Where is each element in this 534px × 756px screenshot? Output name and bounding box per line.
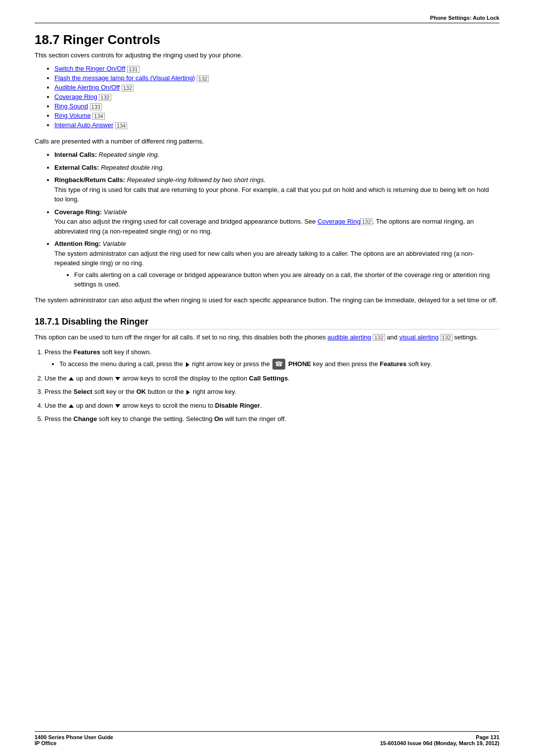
section-title: 18.7 Ringer Controls	[35, 32, 499, 47]
steps-list: Press the Features soft key if shown. To…	[44, 347, 499, 424]
list-item: Ring Sound 133	[54, 102, 499, 110]
list-item-external: External Calls: Repeated double ring.	[54, 163, 499, 173]
down-arrow-icon-2	[115, 404, 120, 408]
footer-brand: IP Office	[35, 740, 113, 746]
page-ref: 134	[92, 113, 104, 120]
step-3: Press the Select soft key or the OK butt…	[44, 387, 499, 397]
list-item-internal: Internal Calls: Repeated single ring.	[54, 150, 499, 160]
up-arrow-icon	[69, 377, 74, 380]
step-2: Use the up and down arrow keys to scroll…	[44, 374, 499, 383]
page-ref: 133	[90, 103, 102, 110]
page-ref: 132	[122, 85, 134, 92]
link-internal-auto-answer[interactable]: Internal Auto Answer	[54, 121, 113, 129]
link-coverage-ring-inline[interactable]: Coverage Ring	[317, 218, 360, 225]
page-ref: 132	[197, 75, 209, 82]
step-5: Press the Change soft key to change the …	[44, 414, 499, 424]
header-bar: Phone Settings: Auto Lock	[35, 15, 499, 23]
ring-patterns-intro: Calls are presented with a number of dif…	[35, 138, 499, 145]
footer-left: 1400 Series Phone User Guide IP Office	[35, 734, 113, 746]
link-visual-alerting-inline[interactable]: visual alerting	[399, 333, 439, 341]
ring-types-list: Internal Calls: Repeated single ring. Ex…	[54, 150, 499, 289]
link-audible-alerting-inline[interactable]: audible alerting	[327, 333, 371, 341]
bottom-note: The system administrator can also adjust…	[35, 295, 499, 305]
footer: 1400 Series Phone User Guide IP Office P…	[35, 731, 499, 746]
page-ref: 134	[115, 122, 127, 129]
list-item: Audible Alerting On/Off 132	[54, 84, 499, 91]
list-item-coverage: Coverage Ring: Variable You can also adj…	[54, 207, 499, 236]
list-item-attention: Attention Ring: Variable The system admi…	[54, 239, 499, 289]
down-arrow-icon	[115, 377, 120, 380]
list-item: Ring Volume 134	[54, 112, 499, 119]
page-ref: 132	[99, 94, 111, 101]
link-coverage-ring[interactable]: Coverage Ring	[54, 93, 97, 100]
right-arrow-icon-2	[186, 390, 190, 395]
link-audible-alerting[interactable]: Audible Alerting On/Off	[54, 84, 120, 91]
step-4: Use the up and down arrow keys to scroll…	[44, 401, 499, 411]
right-arrow-icon	[186, 362, 189, 367]
list-item: To access the menu during a call, press …	[59, 359, 499, 370]
attention-sub-bullets: For calls alerting on a call coverage or…	[74, 270, 499, 289]
footer-product: 1400 Series Phone User Guide	[35, 734, 113, 740]
link-ring-volume[interactable]: Ring Volume	[54, 112, 91, 119]
link-flash-message[interactable]: Flash the message lamp for calls (Visual…	[54, 74, 195, 82]
link-switch-ringer[interactable]: Switch the Ringer On/Off	[54, 65, 126, 72]
link-ring-sound[interactable]: Ring Sound	[54, 102, 88, 110]
phone-icon: ☎	[275, 359, 283, 369]
list-item-ringback: Ringback/Return Calls: Repeated single-r…	[54, 175, 499, 204]
up-arrow-icon-2	[69, 404, 74, 408]
list-item: Flash the message lamp for calls (Visual…	[54, 74, 499, 82]
page: Phone Settings: Auto Lock 18.7 Ringer Co…	[0, 0, 534, 756]
footer-page: Page 131	[476, 734, 499, 740]
list-item: Internal Auto Answer 134	[54, 121, 499, 129]
subsection-title: 18.7.1 Disabling the Ringer	[35, 317, 499, 330]
list-item: Coverage Ring 132	[54, 93, 499, 100]
step-1-subbullets: To access the menu during a call, press …	[59, 359, 499, 370]
list-item: Switch the Ringer On/Off 131	[54, 65, 499, 72]
subsection-intro: This option can be used to turn off the …	[35, 332, 499, 342]
page-ref: 131	[127, 66, 139, 73]
top-links-list: Switch the Ringer On/Off 131 Flash the m…	[54, 65, 499, 129]
step-1: Press the Features soft key if shown. To…	[44, 347, 499, 370]
header-title: Phone Settings: Auto Lock	[430, 15, 499, 21]
list-item: For calls alerting on a call coverage or…	[74, 270, 499, 289]
footer-right: Page 131 15-601040 Issue 06d (Monday, Ma…	[380, 734, 499, 746]
section-intro: This section covers controls for adjusti…	[35, 51, 499, 59]
footer-issue: 15-601040 Issue 06d (Monday, March 19, 2…	[380, 740, 499, 746]
